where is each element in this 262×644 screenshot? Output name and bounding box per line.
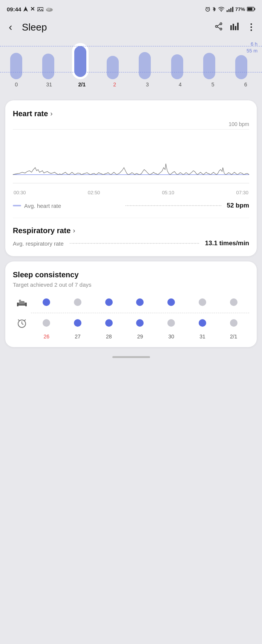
heart-rate-chevron: › (50, 110, 52, 118)
nav-icons: ⋮ (214, 22, 256, 32)
svg-point-14 (220, 23, 222, 25)
sleep-dots (31, 295, 249, 309)
time-label-0250: 02:50 (88, 190, 100, 195)
status-bar: 09:44 ✕ 77% (0, 0, 262, 17)
date-label-selected[interactable]: 2/1 (66, 81, 98, 88)
date-label-5[interactable]: 5 (196, 81, 229, 88)
battery-percentage: 77% (235, 6, 245, 12)
alarm-dot-5 (196, 316, 209, 330)
page-title: Sleep (22, 22, 210, 33)
handle-bar (112, 356, 150, 358)
date-label-0[interactable]: 0 (0, 81, 33, 88)
heart-rate-title: Heart rate (13, 109, 48, 118)
avg-dots (126, 205, 222, 206)
more-button[interactable]: ⋮ (247, 22, 256, 32)
resp-avg-label: Avg. respiratory rate (13, 240, 64, 247)
battery-icon (247, 7, 255, 11)
stats-button[interactable] (230, 22, 240, 32)
sleep-dot-3 (133, 295, 147, 309)
avg-heart-rate-row: Avg. heart rate 52 bpm (13, 202, 249, 209)
bar-item-0[interactable] (0, 53, 32, 79)
consistency-date-30: 30 (156, 334, 187, 340)
svg-line-7 (208, 9, 208, 10)
date-scroll[interactable]: 6 h55 m (0, 38, 262, 98)
bar-item-3[interactable] (129, 52, 161, 79)
image-icon (37, 7, 43, 11)
sleep-bar-3 (139, 52, 151, 79)
weather-icon (46, 7, 53, 12)
time-label-0510: 05:10 (162, 190, 175, 195)
svg-line-8 (206, 7, 207, 8)
bar-item-31[interactable] (32, 54, 64, 79)
consistency-subtitle: Target achieved 2 out of 7 days (13, 281, 249, 288)
share-button[interactable] (214, 22, 223, 32)
date-labels-row: 0 31 2/1 2 3 4 5 6 (0, 81, 262, 88)
consistency-date-27: 27 (62, 334, 93, 340)
sleep-bar-6 (235, 55, 247, 79)
top-nav: ‹ Sleep ⋮ (0, 17, 262, 38)
svg-rect-19 (230, 25, 232, 30)
svg-marker-0 (23, 6, 28, 12)
svg-line-35 (22, 324, 23, 324)
back-icon: ‹ (9, 21, 12, 33)
svg-rect-23 (13, 129, 249, 189)
bar-item-2[interactable] (97, 56, 129, 79)
bottom-handle (0, 352, 262, 366)
bar-item-selected[interactable] (64, 43, 97, 79)
signal-bars-icon (227, 6, 233, 12)
heart-rate-title-row[interactable]: Heart rate › (13, 109, 249, 118)
sleep-bar-5 (203, 53, 215, 79)
back-button[interactable]: ‹ (3, 20, 18, 35)
alarm-dots (31, 316, 249, 330)
section-divider (13, 218, 249, 218)
sleep-dot-5 (196, 295, 209, 309)
x-icon: ✕ (30, 6, 35, 12)
sleep-dot-0 (40, 295, 53, 309)
alarm-dot-1 (71, 316, 84, 330)
alarm-dot-3 (133, 316, 147, 330)
svg-line-18 (217, 27, 220, 29)
consistency-title: Sleep consistency (13, 271, 249, 279)
respiratory-rate-title: Respiratory rate (13, 226, 70, 235)
heart-rate-chart: 00:30 02:50 05:10 07:30 (13, 129, 249, 197)
resp-avg-dots (70, 243, 199, 244)
date-label-2[interactable]: 2 (98, 81, 131, 88)
alarm-dot-0 (40, 316, 53, 330)
time-text: 09:44 (7, 6, 21, 12)
consistency-date-31: 31 (187, 334, 218, 340)
resp-avg-row: Avg. respiratory rate 13.1 times/min (13, 240, 249, 247)
avg-heart-rate-value: 52 bpm (227, 202, 249, 209)
chart-time-labels: 00:30 02:50 05:10 07:30 (13, 190, 249, 195)
sleep-dot-4 (164, 295, 178, 309)
bar-item-4[interactable] (161, 54, 193, 79)
consistency-date-28: 28 (93, 334, 124, 340)
share-icon (214, 22, 223, 31)
date-label-3[interactable]: 3 (131, 81, 164, 88)
sleep-bar-2 (107, 56, 119, 79)
bar-item-6[interactable] (225, 55, 257, 79)
sleep-time-row (13, 295, 249, 309)
stats-icon (230, 22, 240, 31)
alarm-dot-2 (102, 316, 116, 330)
consistency-grid (13, 295, 249, 330)
date-label-6[interactable]: 6 (229, 81, 262, 88)
alarm-status-icon (205, 6, 210, 12)
sleep-dot-2 (102, 295, 116, 309)
heart-rate-graph (13, 129, 249, 189)
svg-point-32 (19, 300, 21, 302)
date-label-31[interactable]: 31 (33, 81, 66, 88)
svg-rect-30 (25, 303, 27, 306)
sleep-bar-4 (171, 54, 183, 79)
consistency-date-row: 26 27 28 29 30 31 2/1 (13, 334, 249, 340)
respiratory-rate-title-row[interactable]: Respiratory rate › (13, 226, 249, 235)
consistency-date-21: 2/1 (218, 334, 249, 340)
alarm-dot-4 (164, 316, 178, 330)
bar-item-5[interactable] (193, 53, 225, 79)
chart-top-line (0, 46, 262, 46)
svg-rect-29 (17, 303, 18, 306)
consistency-card: Sleep consistency Target achieved 2 out … (5, 261, 257, 347)
date-label-4[interactable]: 4 (164, 81, 196, 88)
wake-time-row (13, 316, 249, 330)
bluetooth-icon (212, 6, 216, 12)
chart-bottom-line (0, 72, 262, 72)
